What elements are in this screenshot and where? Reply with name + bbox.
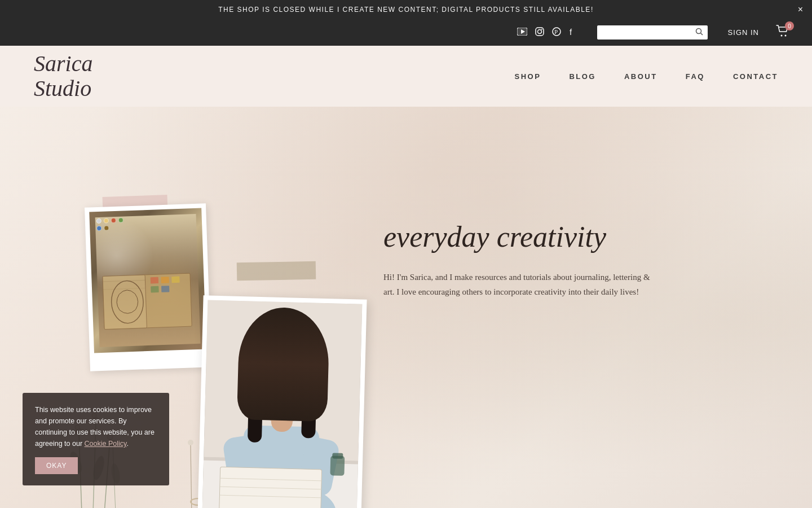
svg-rect-22 [161,286,169,292]
svg-point-12 [785,35,787,37]
cookie-policy-link[interactable]: Cookie Policy [85,440,127,448]
svg-point-40 [293,386,295,388]
main-nav: Sarica Studio SHOP BLOG ABOUT FAQ CONTAC… [0,46,812,107]
svg-point-4 [537,29,541,33]
social-icons: P f [517,27,575,38]
sign-in-link[interactable]: SIGN IN [728,28,759,37]
nav-links: SHOP BLOG ABOUT FAQ CONTACT [515,71,778,81]
search-button[interactable] [695,28,703,37]
svg-point-9 [696,29,701,34]
svg-rect-36 [301,370,317,439]
svg-rect-20 [171,276,179,283]
svg-point-11 [781,35,783,37]
cookie-text: This website uses cookies to improve and… [35,404,157,449]
svg-rect-18 [151,277,158,283]
svg-rect-14 [103,274,147,329]
person-image [202,300,362,508]
sketchbook-image [89,208,206,353]
announcement-bar: THE SHOP IS CLOSED WHILE I CREATE NEW CO… [0,0,812,19]
svg-rect-21 [151,286,158,292]
svg-rect-19 [161,277,169,283]
svg-point-38 [289,385,297,391]
svg-rect-45 [330,456,345,476]
svg-rect-46 [332,453,343,458]
svg-point-5 [541,29,542,30]
announcement-text: THE SHOP IS CLOSED WHILE I CREATE NEW CO… [218,6,593,14]
nav-faq[interactable]: FAQ [686,72,705,81]
hero-content: everyday creativity Hi! I'm Sarica, and … [383,220,694,299]
facebook-icon[interactable]: f [569,27,575,38]
tape-decoration-tan [237,261,316,281]
cookie-okay-button[interactable]: OKAY [35,457,78,474]
svg-point-64 [188,440,193,445]
close-announcement-button[interactable]: × [798,5,803,15]
site-logo[interactable]: Sarica Studio [34,51,92,101]
palette-dots [96,217,131,231]
svg-rect-41 [219,467,321,508]
cart-badge: 0 [785,21,794,30]
sketchbook-photo [85,203,211,371]
svg-text:f: f [570,27,572,36]
svg-point-39 [272,386,274,388]
search-input[interactable] [602,28,692,37]
hero-description: Hi! I'm Sarica, and I make resources and… [383,270,654,299]
svg-line-60 [191,445,192,508]
pinterest-icon[interactable]: P [552,27,561,38]
cart-icon[interactable]: 0 [776,25,789,40]
youtube-icon[interactable] [517,28,527,38]
nav-contact[interactable]: CONTACT [733,72,778,81]
svg-text:P: P [554,28,558,35]
person-photo [197,295,367,508]
top-nav: P f SIGN IN 0 [0,19,812,46]
svg-line-10 [700,33,703,36]
nav-about[interactable]: ABOUT [624,72,657,81]
svg-rect-32 [271,401,293,432]
search-bar [597,25,708,40]
svg-rect-3 [536,28,544,36]
nav-shop[interactable]: SHOP [515,72,541,81]
cookie-notice: This website uses cookies to improve and… [23,393,169,485]
svg-point-37 [268,384,276,390]
nav-blog[interactable]: BLOG [569,72,596,81]
hero-title: everyday creativity [383,220,694,255]
instagram-icon[interactable] [535,27,544,38]
svg-point-34 [249,338,318,401]
svg-rect-35 [248,369,263,443]
svg-point-33 [251,349,315,424]
